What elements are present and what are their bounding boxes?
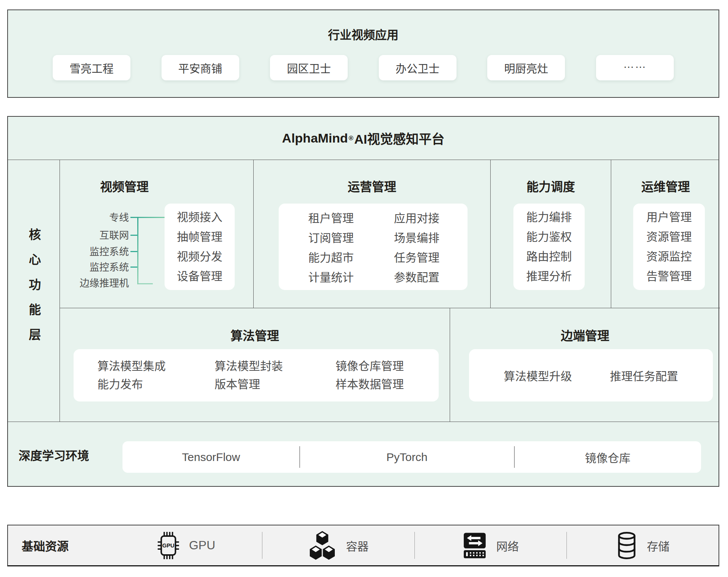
- industry-apps-pill-row: 雪亮工程 平安商铺 园区卫士 办公卫士 明厨亮灶 ……: [53, 55, 674, 80]
- dl-env-strip: 深度学习环境 TensorFlow PyTorch 镜像仓库: [8, 422, 719, 488]
- platform-section: AlphaMind® AI视觉感知平台 核心功能层 视频管理 专线 互联网 监控…: [7, 116, 719, 487]
- app-pill-pingan: 平安商铺: [162, 55, 239, 80]
- algo-title: 算法管理: [60, 326, 450, 343]
- video-source-label: 专线: [60, 211, 129, 224]
- core-layer-label: 核心功能层: [25, 228, 42, 353]
- infra-label: 基础资源: [8, 525, 110, 565]
- network-switch-icon: [462, 531, 487, 560]
- dl-env-label: 深度学习环境: [19, 422, 89, 488]
- storage-icon: [616, 531, 638, 560]
- dl-env-registry: 镜像仓库: [515, 441, 701, 473]
- edge-title: 边端管理: [450, 326, 720, 343]
- column-capability-scheduling: 能力调度 能力编排 能力鉴权 路由控制 推理分析: [491, 160, 611, 308]
- core-layer-strip: 核心功能层: [8, 160, 60, 422]
- video-source-label: 边缘推理机: [60, 277, 129, 290]
- video-source-label: 监控系统: [60, 261, 129, 274]
- section-algorithm-management: 算法管理 算法模型集成 能力发布 算法模型封装 版本管理 镜像仓库管理 样本数据…: [60, 308, 450, 422]
- sched-card: 能力编排 能力鉴权 路由控制 推理分析: [513, 204, 585, 290]
- sched-title: 能力调度: [491, 177, 611, 194]
- video-mgmt-title: 视频管理: [60, 177, 189, 194]
- section-edge-management: 边端管理 算法模型升级 推理任务配置: [450, 308, 720, 422]
- column-operations-management: 运营管理 租户管理 订阅管理 能力超市 计量统计 应用对接 场景编排 任务管理 …: [254, 160, 491, 308]
- app-pill-mingchu: 明厨亮灶: [487, 55, 565, 80]
- tree-end-dash: [138, 283, 153, 284]
- industry-apps-section: 行业视频应用 雪亮工程 平安商铺 园区卫士 办公卫士 明厨亮灶 ……: [7, 9, 719, 98]
- ops-right-list: 应用对接 场景编排 任务管理 参数配置: [394, 209, 439, 290]
- ops-mgmt-card: 租户管理 订阅管理 能力超市 计量统计 应用对接 场景编排 任务管理 参数配置: [279, 204, 468, 290]
- dl-env-pill: TensorFlow PyTorch 镜像仓库: [122, 441, 701, 473]
- gpu-chip-icon: GPU: [157, 531, 180, 560]
- algo-card: 算法模型集成 能力发布 算法模型封装 版本管理 镜像仓库管理 样本数据管理: [74, 349, 439, 401]
- app-pill-ellipsis: ……: [596, 55, 674, 80]
- column-video-management: 视频管理 专线 互联网 监控系统 监控系统 边缘推理机 视频接入 抽帧管理 视频…: [60, 160, 254, 308]
- dl-env-tensorflow: TensorFlow: [122, 441, 300, 473]
- om-title: 运维管理: [611, 177, 720, 194]
- industry-apps-title: 行业视频应用: [8, 25, 719, 42]
- architecture-diagram: 行业视频应用 雪亮工程 平安商铺 园区卫士 办公卫士 明厨亮灶 …… Alpha…: [0, 0, 728, 577]
- column-om-management: 运维管理 用户管理 资源管理 资源监控 告警管理: [611, 160, 720, 308]
- video-mgmt-card: 视频接入 抽帧管理 视频分发 设备管理: [165, 204, 235, 290]
- tree-trunk-line: [137, 217, 138, 284]
- ops-left-list: 租户管理 订阅管理 能力超市 计量统计: [308, 209, 354, 290]
- algo-col-1: 算法模型集成 能力发布: [97, 357, 166, 394]
- dl-env-pytorch: PyTorch: [300, 441, 514, 473]
- infra-item-storage: 存储: [567, 525, 719, 565]
- infra-item-network: 网络: [415, 525, 566, 565]
- edge-card: 算法模型升级 推理任务配置: [469, 349, 713, 401]
- tree-connector-line: [130, 217, 165, 218]
- algo-col-3: 镜像仓库管理 样本数据管理: [336, 357, 404, 394]
- app-pill-yuanqu: 园区卫士: [270, 55, 348, 80]
- infra-section: 基础资源 GPU GPU: [7, 525, 719, 566]
- app-pill-bangong: 办公卫士: [379, 55, 457, 80]
- platform-title: AlphaMind® AI视觉感知平台: [8, 117, 719, 160]
- video-source-label: 监控系统: [60, 245, 129, 258]
- app-pill-xueliang: 雪亮工程: [53, 55, 130, 80]
- platform-title-rest: AI视觉感知平台: [354, 129, 444, 147]
- ops-mgmt-title: 运营管理: [254, 177, 490, 194]
- platform-brand: AlphaMind: [282, 131, 348, 146]
- svg-text:GPU: GPU: [162, 543, 174, 549]
- infra-item-container: 容器: [262, 525, 414, 565]
- om-card: 用户管理 资源管理 资源监控 告警管理: [633, 204, 705, 290]
- infra-item-gpu: GPU GPU: [110, 525, 262, 565]
- algo-col-2: 算法模型封装 版本管理: [215, 357, 283, 394]
- containers-icon: [308, 531, 337, 560]
- video-source-label: 互联网: [60, 229, 129, 242]
